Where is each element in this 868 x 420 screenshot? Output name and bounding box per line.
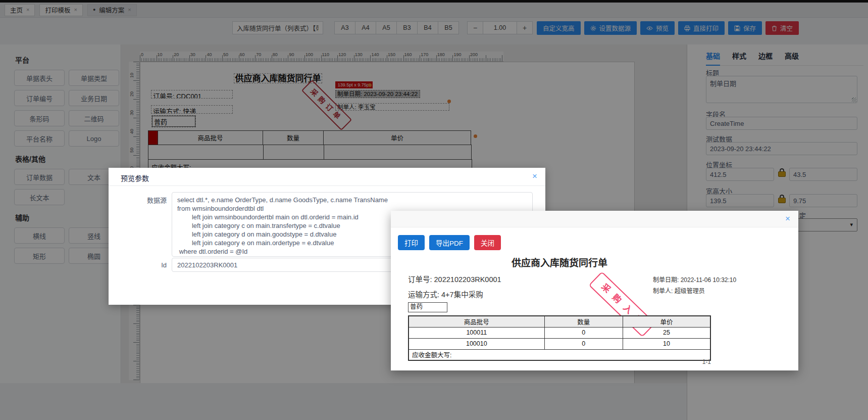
doc-table-header: 商品批号 xyxy=(409,316,544,327)
doc-table-cell: 25 xyxy=(623,327,710,338)
doc-goods-type: 普药 xyxy=(408,302,447,312)
preview-actions: 打印 导出PDF 关闭 xyxy=(398,235,501,250)
page-number: 1-1 xyxy=(702,358,711,365)
dialog-title: 预览参数 xyxy=(121,173,149,183)
doc-table-row: 100010 0 10 xyxy=(409,338,710,349)
doc-table-cell: 100011 xyxy=(409,327,544,338)
doc-amount-cell: 应收金额大写: xyxy=(409,349,710,360)
doc-table: 商品批号 数量 单价 100011 0 25 100010 0 10 xyxy=(408,315,711,361)
doc-creator: 制单人: 超级管理员 xyxy=(653,286,705,295)
doc-table-cell: 10 xyxy=(623,338,710,349)
doc-table-cell: 0 xyxy=(544,338,623,349)
close-button[interactable]: 关闭 xyxy=(474,235,501,250)
preview-document: 供应商入库随货同行单 订单号: 2022102203RK0001 制单日期: 2… xyxy=(391,251,798,370)
dialog-header: × xyxy=(391,211,798,227)
doc-title: 供应商入库随货同行单 xyxy=(408,255,711,269)
doc-table-row: 100011 0 25 xyxy=(409,327,710,338)
doc-table-cell: 0 xyxy=(544,327,623,338)
export-pdf-button[interactable]: 导出PDF xyxy=(429,235,470,250)
doc-table-header: 单价 xyxy=(623,316,710,327)
close-icon[interactable]: × xyxy=(785,214,790,223)
doc-table-header: 数量 xyxy=(544,316,623,327)
doc-order-no: 订单号: 2022102203RK0001 xyxy=(408,273,501,284)
doc-table-footer-row: 应收金额大写: xyxy=(409,349,710,360)
datasource-label: 数据源 xyxy=(139,195,167,205)
print-preview-dialog: × 打印 导出PDF 关闭 供应商入库随货同行单 订单号: 2022102203… xyxy=(391,211,798,370)
doc-transport: 运输方式: 4+7集中采购 xyxy=(408,289,483,299)
print-button[interactable]: 打印 xyxy=(398,235,425,250)
doc-create-date: 制单日期: 2022-11-06 10:32:10 xyxy=(653,275,736,284)
doc-table-header-row: 商品批号 数量 单价 xyxy=(409,316,710,327)
id-label: Id xyxy=(139,261,167,269)
dialog-header: 预览参数 × xyxy=(109,168,545,186)
doc-table-cell: 100010 xyxy=(409,338,544,349)
close-icon[interactable]: × xyxy=(532,172,537,180)
